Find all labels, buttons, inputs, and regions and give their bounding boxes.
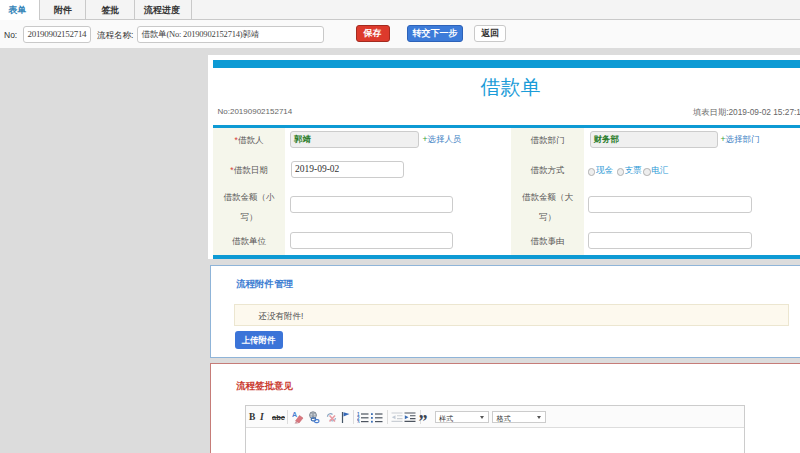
svg-text:A: A [292, 411, 297, 418]
svg-text:3: 3 [357, 419, 360, 422]
